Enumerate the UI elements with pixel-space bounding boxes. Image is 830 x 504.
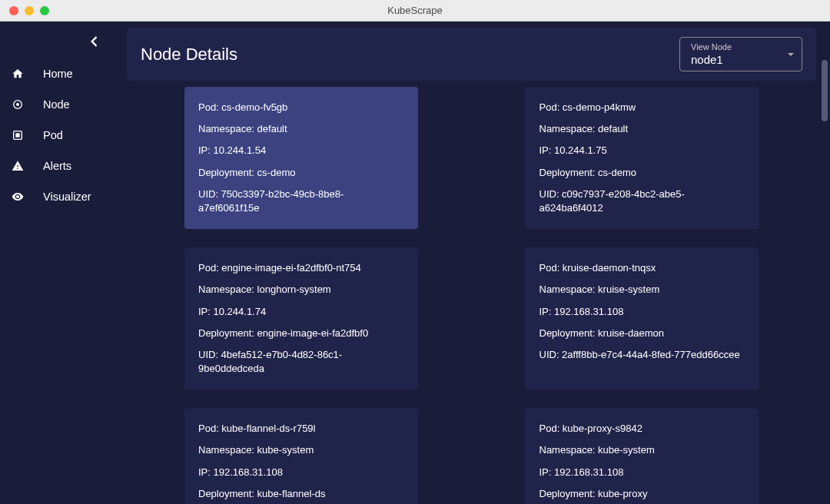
sidebar-item-label: Home: [43, 68, 73, 80]
pod-namespace-field: Namespace: default: [198, 122, 404, 136]
pod-card[interactable]: Pod: cs-demo-p4kmwNamespace: defaultIP: …: [526, 87, 759, 229]
pod-card[interactable]: Pod: kruise-daemon-tnqsxNamespace: kruis…: [526, 247, 759, 390]
pod-pod-field: Pod: cs-demo-p4kmw: [540, 101, 745, 114]
pod-uid-field: UID: 4befa512-e7b0-4d82-86c1-9be0ddedced…: [198, 348, 404, 376]
sidebar-item-label: Node: [43, 98, 70, 111]
pod-card[interactable]: Pod: cs-demo-fv5gbNamespace: defaultIP: …: [184, 87, 418, 229]
sidebar-item-home[interactable]: Home: [0, 58, 119, 89]
minimize-window-button[interactable]: [25, 6, 34, 15]
pod-uid-field: UID: 750c3397-b2bc-49cb-8be8-a7ef6061f15…: [198, 187, 404, 215]
page-header: Node Details View Node node1: [127, 28, 816, 81]
pod-pod-field: Pod: kube-flannel-ds-r759l: [198, 422, 404, 436]
scrollbar-thumb[interactable]: [822, 60, 828, 121]
svg-point-1: [16, 103, 19, 106]
pod-ip-field: IP: 192.168.31.108: [540, 466, 745, 479]
pod-ip-field: IP: 192.168.31.108: [198, 466, 404, 479]
pod-deployment-field: Deployment: kube-proxy: [540, 487, 745, 501]
pod-deployment-field: Deployment: cs-demo: [540, 166, 745, 180]
sidebar-item-label: Visualizer: [43, 191, 91, 203]
page-title: Node Details: [141, 45, 237, 65]
pod-namespace-field: Namespace: kube-system: [540, 443, 745, 457]
pod-pod-field: Pod: kruise-daemon-tnqsx: [540, 261, 745, 275]
pod-pod-field: Pod: engine-image-ei-fa2dfbf0-nt754: [198, 261, 404, 275]
sidebar-item-pod[interactable]: Pod: [0, 120, 119, 151]
sidebar-item-visualizer[interactable]: Visualizer: [0, 181, 119, 212]
pod-pod-field: Pod: cs-demo-fv5gb: [198, 101, 404, 114]
dropdown-arrow-icon: [788, 53, 794, 56]
svg-rect-3: [15, 133, 19, 137]
pod-namespace-field: Namespace: longhorn-system: [198, 283, 404, 297]
pod-ip-field: IP: 10.244.1.75: [540, 144, 745, 158]
pod-deployment-field: Deployment: engine-image-ei-fa2dfbf0: [198, 327, 404, 340]
sidebar: Home Node Pod Alerts: [0, 22, 119, 504]
collapse-sidebar-button[interactable]: [90, 36, 98, 50]
scrollbar[interactable]: [819, 22, 830, 504]
pod-uid-field: UID: 2afff8bb-e7c4-44a4-8fed-777edd66cce…: [540, 348, 745, 362]
pod-ip-field: IP: 192.168.31.108: [540, 305, 745, 319]
pod-icon: [11, 128, 25, 142]
sidebar-item-label: Pod: [43, 129, 63, 141]
node-icon: [11, 98, 25, 111]
eye-icon: [11, 190, 25, 204]
sidebar-item-node[interactable]: Node: [0, 89, 119, 120]
sidebar-item-label: Alerts: [43, 160, 71, 172]
app-title: KubeScrape: [387, 5, 443, 16]
sidebar-item-alerts[interactable]: Alerts: [0, 151, 119, 181]
pod-namespace-field: Namespace: kube-system: [198, 443, 404, 457]
view-node-select[interactable]: View Node node1: [679, 37, 802, 71]
pod-deployment-field: Deployment: kube-flannel-ds: [198, 487, 404, 501]
pod-ip-field: IP: 10.244.1.74: [198, 305, 404, 319]
pod-card[interactable]: Pod: kube-flannel-ds-r759lNamespace: kub…: [184, 408, 418, 504]
close-window-button[interactable]: [9, 6, 18, 15]
pod-deployment-field: Deployment: kruise-daemon: [540, 327, 745, 340]
pod-deployment-field: Deployment: cs-demo: [198, 166, 404, 180]
pod-namespace-field: Namespace: default: [540, 122, 745, 136]
pod-namespace-field: Namespace: kruise-system: [540, 283, 745, 297]
pod-card[interactable]: Pod: engine-image-ei-fa2dfbf0-nt754Names…: [184, 247, 418, 390]
select-value: node1: [691, 53, 777, 66]
chevron-left-icon: [90, 36, 98, 47]
alert-icon: [11, 159, 25, 173]
home-icon: [11, 67, 25, 81]
pod-pod-field: Pod: kube-proxy-s9842: [540, 422, 745, 436]
pods-container: Pod: cs-demo-fv5gbNamespace: defaultIP: …: [119, 87, 824, 504]
pod-card[interactable]: Pod: kube-proxy-s9842Namespace: kube-sys…: [526, 408, 759, 504]
select-label: View Node: [691, 42, 777, 51]
titlebar: KubeScrape: [0, 0, 830, 22]
pod-uid-field: UID: c09c7937-e208-4bc2-abe5-a624ba6f401…: [540, 187, 745, 215]
maximize-window-button[interactable]: [40, 6, 49, 15]
pod-ip-field: IP: 10.244.1.54: [198, 144, 404, 158]
